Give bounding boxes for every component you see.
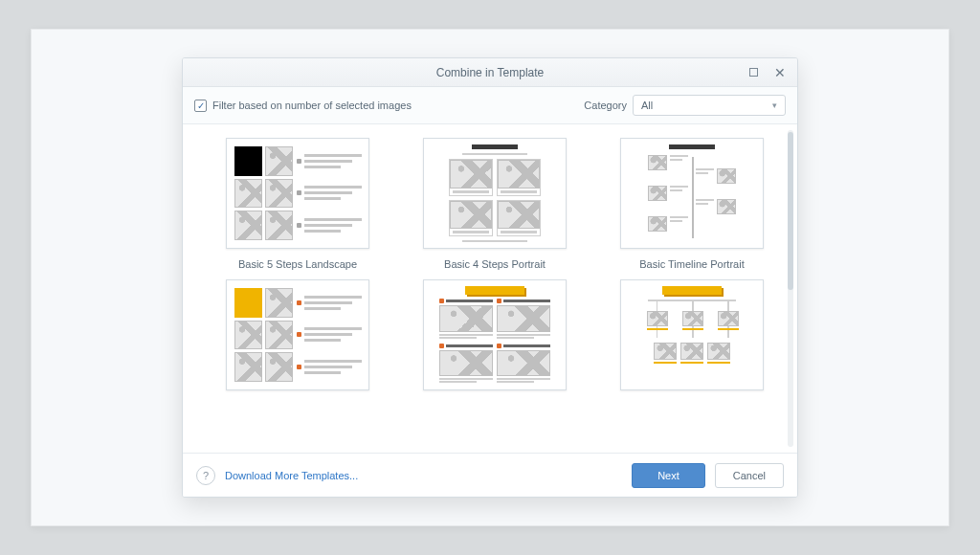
- template-gallery: Basic 5 Steps Landscape: [183, 124, 797, 453]
- template-thumbnail-colored-timeline-portrait: [620, 279, 764, 390]
- template-caption: Basic 4 Steps Portrait: [444, 258, 546, 270]
- category-label: Category: [584, 100, 627, 111]
- dialog-title: Combine in Template: [238, 66, 742, 79]
- template-item[interactable]: [620, 279, 764, 390]
- template-caption: Basic Timeline Portrait: [639, 258, 744, 270]
- filter-checkbox-label: Filter based on number of selected image…: [212, 100, 412, 111]
- help-button[interactable]: ?: [196, 466, 215, 485]
- maximize-button[interactable]: [742, 62, 765, 83]
- template-thumbnail-colored-4-steps-portrait: [423, 279, 567, 390]
- combine-in-template-dialog: Combine in Template ✕ ✓ Filter based on …: [182, 57, 798, 498]
- dialog-footer: ? Download More Templates... Next Cancel: [183, 453, 797, 497]
- template-thumbnail-basic-timeline-portrait: [620, 138, 764, 249]
- cancel-button[interactable]: Cancel: [715, 463, 784, 488]
- app-backdrop: Combine in Template ✕ ✓ Filter based on …: [31, 29, 949, 526]
- template-item[interactable]: Basic 5 Steps Landscape: [226, 138, 369, 270]
- window-controls: ✕: [742, 62, 791, 83]
- download-more-templates-link[interactable]: Download More Templates...: [225, 470, 358, 481]
- template-thumbnail-basic-4-steps-portrait: [423, 138, 567, 249]
- chevron-down-icon: ▾: [772, 100, 777, 110]
- dialog-titlebar: Combine in Template ✕: [183, 58, 797, 87]
- filter-checkbox[interactable]: ✓: [194, 100, 207, 112]
- category-value: All: [641, 100, 653, 111]
- template-thumbnail-basic-5-steps-landscape: [226, 138, 369, 249]
- template-caption: Basic 5 Steps Landscape: [238, 258, 357, 270]
- template-item[interactable]: [226, 279, 369, 390]
- template-item[interactable]: Basic 4 Steps Portrait: [423, 138, 567, 270]
- template-thumbnail-colored-5-steps-landscape: [226, 279, 369, 390]
- maximize-icon: [749, 68, 758, 77]
- gallery-scrollbar[interactable]: [788, 130, 793, 447]
- template-item[interactable]: [423, 279, 567, 390]
- category-select[interactable]: All ▾: [633, 95, 786, 116]
- close-icon: ✕: [774, 66, 786, 79]
- next-button[interactable]: Next: [632, 463, 705, 488]
- scrollbar-thumb[interactable]: [788, 132, 793, 290]
- filter-bar: ✓ Filter based on number of selected ima…: [183, 87, 797, 124]
- template-item[interactable]: Basic Timeline Portrait: [620, 138, 764, 270]
- close-button[interactable]: ✕: [768, 62, 791, 83]
